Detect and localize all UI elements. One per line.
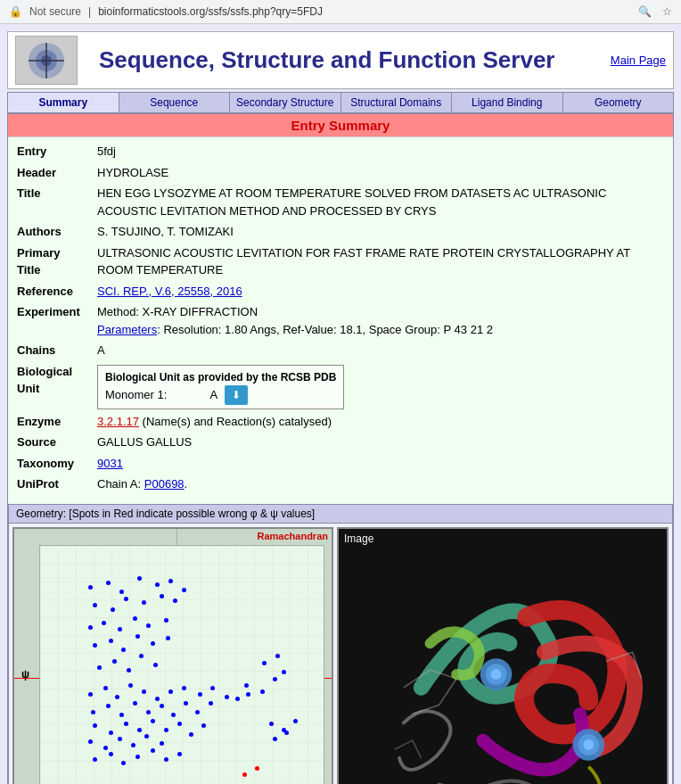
blue-dot [128, 683, 133, 688]
blue-dot [225, 695, 229, 699]
tab-structural-domains[interactable]: Structural Domains [341, 93, 453, 112]
blue-dot [173, 598, 177, 603]
blue-dot [246, 692, 250, 697]
blue-dot [166, 636, 170, 640]
title-row: Title HEN EGG LYSOZYME AT ROOM TEMPERATU… [8, 183, 673, 221]
separator: | [88, 5, 91, 18]
blue-dot [118, 627, 122, 631]
blue-dot [119, 713, 124, 717]
bio-unit-title: Biological Unit as provided by the RCSB … [105, 369, 336, 385]
blue-dot [160, 704, 164, 708]
blue-dot [135, 634, 140, 639]
authors-row: Authors S. TSUJINO, T. TOMIZAKI [8, 221, 673, 243]
blue-dot [139, 654, 144, 658]
nav-tabs: Summary Sequence Secondary Structure Str… [7, 92, 674, 113]
red-dot [242, 772, 247, 777]
blue-dot [164, 757, 168, 762]
enzyme-link[interactable]: 3.2.1.17 [97, 415, 139, 428]
taxonomy-row: Taxonomy 9031 [8, 453, 673, 475]
taxonomy-value: 9031 [97, 455, 664, 473]
blue-dot [97, 665, 102, 670]
blue-dot [127, 668, 131, 673]
blue-dot [155, 697, 160, 701]
blue-dot [124, 722, 128, 726]
params-label: Parameters: Resolution: 1.80 Angs, Ref-V… [97, 323, 493, 336]
blue-dot [118, 737, 122, 741]
experiment-value: Method: X-RAY DIFFRACTION Parameters: Re… [97, 303, 664, 338]
blue-dot [177, 722, 182, 726]
uniprot-label: UniProt [17, 475, 97, 493]
blue-dot [133, 701, 137, 706]
bookmark-icon[interactable]: ☆ [662, 5, 672, 18]
taxonomy-label: Taxonomy [17, 455, 97, 473]
blue-dot [88, 739, 93, 744]
blue-dot [260, 689, 265, 694]
enzyme-row: Enzyme 3.2.1.17 (Name(s) and Reaction(s)… [8, 411, 673, 433]
blue-dot [153, 663, 158, 667]
parameters-link[interactable]: Parameters [97, 323, 157, 336]
blue-dot [262, 661, 267, 665]
uniprot-link[interactable]: P00698 [144, 477, 185, 491]
blue-dot [135, 755, 140, 759]
monomer-chain: A [209, 386, 217, 404]
blue-dot [182, 588, 186, 592]
red-dot [255, 766, 259, 771]
blue-dot [137, 728, 142, 732]
reference-link[interactable]: SCI. REP., V.6, 25558, 2016 [97, 285, 242, 298]
tab-ligand-binding[interactable]: Ligand Binding [452, 93, 563, 112]
uniprot-chain: Chain A: [97, 477, 144, 491]
primary-title-value: ULTRASONIC ACOUSTIC LEVITATION FOR FAST … [97, 244, 664, 279]
primary-title-row: PrimaryTitle ULTRASONIC ACOUSTIC LEVITAT… [8, 243, 673, 281]
download-button[interactable]: ⬇ [225, 385, 248, 405]
blue-dot [88, 692, 93, 697]
blue-dot [275, 654, 280, 658]
image-panel: Image [337, 527, 669, 785]
blue-dot [146, 710, 151, 714]
primary-title-label: PrimaryTitle [17, 244, 97, 279]
blue-dot [121, 648, 126, 652]
main-page-link[interactable]: Main Page [611, 54, 666, 67]
rama-title: Ramachandran [258, 531, 328, 541]
bio-unit-label: BiologicalUnit [17, 363, 97, 398]
header-label: Header [17, 164, 97, 182]
blue-dot [142, 689, 146, 694]
blue-dot [160, 594, 164, 598]
blue-dot [284, 730, 289, 735]
blue-dot [151, 641, 155, 646]
search-icon[interactable]: 🔍 [638, 5, 652, 18]
blue-dot [144, 734, 149, 739]
blue-dot [171, 713, 176, 717]
url-bar[interactable]: bioinformaticstools.org/ssfs/ssfs.php?qr… [98, 5, 323, 18]
reference-label: Reference [17, 283, 97, 301]
blue-dot [115, 695, 119, 699]
lock-icon: 🔒 [9, 5, 22, 18]
tab-secondary-structure[interactable]: Secondary Structure [230, 93, 341, 112]
blue-dot [93, 603, 97, 607]
content-area: Entry Summary Entry 5fdj Header HYDROLAS… [7, 113, 674, 784]
security-label: Not secure [29, 5, 81, 18]
blue-dot [119, 590, 124, 594]
tab-summary[interactable]: Summary [8, 93, 119, 112]
blue-dot [109, 752, 113, 756]
tab-sequence[interactable]: Sequence [119, 93, 231, 112]
blue-dot [88, 585, 93, 590]
geometry-section: Geometry: [Spots in Red indicate possibl… [8, 504, 673, 785]
dots-container [39, 545, 324, 785]
monomer-row: Monomer 1: A ⬇ [105, 385, 336, 405]
tab-geometry[interactable]: Geometry [563, 93, 674, 112]
blue-dot [88, 625, 93, 630]
source-row: Source GALLUS GALLUS [8, 432, 673, 453]
blue-dot [109, 639, 113, 643]
enzyme-label: Enzyme [17, 413, 97, 431]
blue-dot [184, 701, 188, 706]
blue-dot [93, 643, 97, 648]
blue-dot [137, 576, 142, 581]
entry-value: 5fdj [97, 143, 664, 161]
monomer-label: Monomer 1: [105, 386, 167, 404]
taxonomy-link[interactable]: 9031 [97, 457, 123, 470]
blue-dot [168, 579, 173, 583]
chains-label: Chains [17, 342, 97, 359]
blue-dot [131, 743, 135, 747]
blue-dot [111, 607, 115, 612]
blue-dot [146, 623, 151, 628]
